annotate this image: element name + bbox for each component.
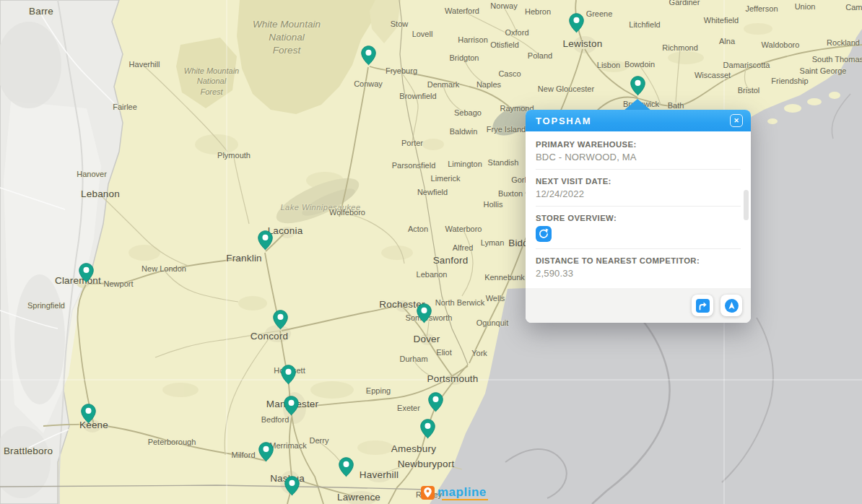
popup-field-3: DISTANCE TO NEAREST COMPETITOR:2,590.33	[536, 249, 741, 285]
store-pin-icon[interactable]	[281, 365, 296, 385]
store-pin-icon[interactable]	[339, 457, 354, 477]
popup-field-2: STORE OVERVIEW:	[536, 207, 741, 249]
popup-field-label: DISTANCE TO NEAREST COMPETITOR:	[536, 256, 741, 265]
map-canvas[interactable]: BarreWaterfordNorwayHebronGreeneGardiner…	[0, 0, 862, 504]
store-pin-icon[interactable]	[258, 230, 273, 251]
store-pin-icon[interactable]	[569, 13, 584, 33]
popup-field-label: PRIMARY WAREHOUSE:	[536, 140, 741, 149]
store-pin-icon[interactable]	[81, 404, 96, 424]
store-pin-icon[interactable]	[284, 396, 299, 416]
popup-field-value: 12/24/2022	[536, 188, 741, 199]
mapline-wordmark: mapline	[437, 485, 487, 499]
popup-header: TOPSHAM ✕	[526, 110, 751, 131]
mapline-pin-icon	[421, 486, 435, 500]
store-pin-icon[interactable]	[428, 392, 443, 412]
redirect-arrow-icon	[696, 299, 710, 313]
store-pin-icon[interactable]	[361, 45, 376, 66]
logo-underline	[442, 499, 488, 500]
navigation-arrow-icon	[725, 299, 739, 313]
close-icon[interactable]: ✕	[730, 114, 743, 127]
navigate-button[interactable]	[720, 295, 742, 316]
store-pin-icon[interactable]	[420, 419, 435, 439]
popup-title: TOPSHAM	[536, 116, 591, 126]
share-button[interactable]	[692, 295, 713, 316]
popup-body: PRIMARY WAREHOUSE:BDC - NORWOOD, MANEXT …	[526, 131, 751, 288]
store-pin-icon[interactable]	[284, 476, 300, 496]
popup-field-value: 2,590.33	[536, 268, 741, 279]
popup-field-1: NEXT VISIT DATE:12/24/2022	[536, 170, 741, 207]
popup-field-value: BDC - NORWOOD, MA	[536, 152, 741, 162]
popup-field-0: PRIMARY WAREHOUSE:BDC - NORWOOD, MA	[536, 133, 741, 170]
popup-footer	[526, 288, 751, 323]
popup-scrollbar[interactable]	[744, 190, 749, 220]
store-overview-link-icon[interactable]	[536, 226, 552, 242]
store-pin-icon[interactable]	[273, 310, 288, 330]
mapline-logo[interactable]: mapline	[421, 485, 487, 500]
popup-field-label: NEXT VISIT DATE:	[536, 177, 741, 186]
store-pin-icon[interactable]	[417, 303, 432, 323]
info-popup: TOPSHAM ✕ PRIMARY WAREHOUSE:BDC - NORWOO…	[526, 110, 751, 323]
store-pin-icon[interactable]	[630, 76, 645, 96]
popup-field-label: STORE OVERVIEW:	[536, 214, 741, 222]
popup-pointer	[624, 99, 651, 110]
store-pin-icon[interactable]	[258, 442, 274, 462]
store-pin-icon[interactable]	[79, 263, 94, 283]
